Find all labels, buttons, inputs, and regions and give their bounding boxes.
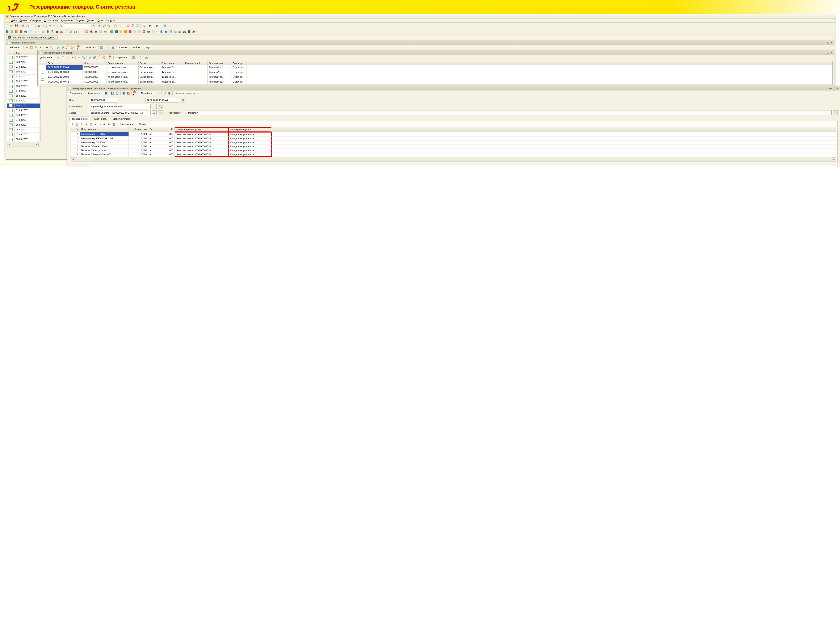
col-qty[interactable]: Количество	[129, 127, 148, 132]
col-org[interactable]: Организация	[208, 61, 231, 65]
print-icon[interactable]: 🖨️	[111, 46, 115, 49]
tree-icon[interactable]: 🌳	[167, 92, 171, 95]
actions-button[interactable]: Действия ▾	[7, 45, 22, 49]
fillpost-button[interactable]: Заполнить и провести	[174, 92, 201, 95]
table-row[interactable]: 19.04.2007 12:00:00ТК000000005по складам…	[39, 75, 832, 80]
filter-drop-icon[interactable]: 🧹▾	[66, 46, 69, 49]
table-row[interactable]: 17.02.2007	[7, 99, 39, 104]
delete-icon[interactable]: ✖	[39, 46, 43, 49]
col-dep[interactable]: Подразд	[231, 61, 247, 65]
basedon-icon[interactable]: 📤▾	[133, 92, 137, 95]
actions-button[interactable]: Действия ▾	[39, 55, 54, 59]
mod-icon[interactable]: 🗂️	[151, 30, 155, 33]
delete-icon[interactable]: ✖	[70, 56, 74, 59]
mod-icon[interactable]: 🟨	[119, 30, 123, 33]
table-row[interactable]: 20.02.2007	[7, 104, 39, 108]
table-row[interactable]: 04.03.2007	[7, 118, 39, 123]
actions-button[interactable]: Действия ▾	[87, 91, 101, 95]
table-row[interactable]: 08.03.2007	[7, 137, 39, 142]
col-src[interactable]: Исходное размещение	[175, 127, 228, 132]
tab-goods[interactable]: Товары (6 поз.)	[69, 117, 90, 121]
mod-icon[interactable]: 👤	[159, 30, 163, 33]
clipboard-icon[interactable]: 📋	[114, 24, 117, 28]
row-add-icon[interactable]: ⊕	[71, 122, 74, 126]
filterby-icon[interactable]: 🔍	[82, 56, 85, 59]
mod-icon[interactable]: 🧑‍🤝‍🧑	[169, 30, 172, 33]
col-nom[interactable]: Номенклатура	[80, 127, 129, 132]
comment-field[interactable]	[90, 165, 838, 167]
table-row[interactable]: 5Пылесос ''Электросила''1,000шт1,000Зака…	[71, 148, 836, 152]
post-icon[interactable]: 📘	[104, 92, 108, 95]
mod-icon[interactable]: 📋	[137, 30, 141, 33]
search-dropdown-icon[interactable]: ▾	[92, 24, 96, 28]
paste-icon[interactable]: 📄	[30, 24, 34, 28]
scroll-right-icon[interactable]: ▶	[832, 157, 836, 161]
info-drop-icon[interactable]: ▾	[123, 25, 123, 27]
mod-icon[interactable]: 🏢	[173, 30, 177, 33]
pick-button[interactable]: Подбор	[137, 122, 149, 126]
workplace-tab[interactable]: 👨‍💻 Рабочее место менеджера по продажам	[6, 35, 58, 40]
order-field[interactable]	[90, 110, 151, 115]
maximize-icon[interactable]: ▢	[833, 87, 835, 90]
search-icon[interactable]: 🔍	[59, 24, 63, 28]
num-field[interactable]	[90, 98, 117, 103]
mod-icon[interactable]: 💶	[74, 30, 77, 33]
calc-icon[interactable]: 🧮	[126, 24, 130, 28]
maximize-icon[interactable]: ▢	[827, 51, 829, 54]
basedon-icon[interactable]: 📤▾	[108, 56, 112, 59]
toolbar-overflow-icon[interactable]: ▾	[168, 25, 169, 27]
col-date[interactable]: Дата	[15, 51, 41, 55]
mod-icon[interactable]: 💼	[55, 30, 59, 33]
open-icon[interactable]: 📂	[10, 24, 14, 28]
calendar-icon[interactable]: 📅	[181, 98, 185, 103]
menu-handle[interactable]: ⋮	[6, 19, 8, 22]
tab-extra[interactable]: Дополнительно	[111, 117, 132, 121]
preview-icon[interactable]: 🔍	[41, 24, 45, 28]
table-row[interactable]: 04.06.2007 10:49:32ТК000000006по складам…	[39, 80, 832, 85]
table-row[interactable]: 04.02.2007 19:25:44ТК000000001по складам…	[39, 65, 832, 70]
mod-icon[interactable]: 👨‍💼	[51, 30, 54, 33]
menu-operations[interactable]: Операции	[30, 19, 41, 22]
table-row[interactable]: 03.02.2007	[7, 60, 39, 65]
memory-mplus-button[interactable]: M+	[148, 24, 154, 28]
mod-icon[interactable]: 📈	[64, 30, 68, 33]
row-delete-icon[interactable]: ✖	[84, 122, 88, 126]
menu-service[interactable]: Сервис	[87, 19, 95, 22]
table-row[interactable]: 15.02.2007	[7, 94, 39, 99]
col-order[interactable]: Заказ	[139, 61, 160, 65]
table-row[interactable]: 15.03.2007 12:00:00ТК000000003по складам…	[39, 70, 832, 75]
close-icon[interactable]: ✕	[831, 41, 832, 44]
mod-icon[interactable]: 🟧	[123, 30, 127, 33]
save-icon[interactable]: 💾	[14, 24, 18, 28]
help-icon[interactable]: ❔	[106, 46, 110, 49]
files-button[interactable]: Файлы	[131, 46, 141, 49]
col-num[interactable]: Номер	[83, 61, 106, 65]
org-field[interactable]	[90, 104, 151, 109]
row-down-icon[interactable]: ▼	[98, 122, 102, 126]
menu-reports[interactable]: Отчеты	[76, 19, 84, 22]
struct-icon[interactable]: 📑	[163, 92, 167, 95]
mod-icon[interactable]: 📕	[19, 30, 23, 33]
mod-icon[interactable]: 📮	[142, 30, 146, 33]
mod-icon[interactable]: 💰	[69, 30, 73, 33]
refresh-icon[interactable]: 🔄	[132, 56, 136, 59]
add-icon[interactable]: ⊕	[25, 46, 28, 49]
drop-icon[interactable]: ▾	[38, 31, 38, 33]
save-icon[interactable]: 💾	[111, 92, 114, 95]
menu-file[interactable]: Файл	[11, 19, 17, 22]
table-row[interactable]: 04.03.2007	[7, 113, 39, 118]
table-row[interactable]: 6Пылесос ''Энергия-SANYO''1,000шт1,000За…	[71, 152, 836, 157]
col-resp[interactable]: Ответственн...	[160, 61, 184, 65]
clone-icon[interactable]: 📋	[29, 46, 33, 49]
tab-tara[interactable]: Тара (0 поз.)	[92, 117, 110, 121]
filter-clear-icon[interactable]: 🚫	[70, 46, 74, 49]
col-k[interactable]: К.	[159, 127, 175, 132]
mod-icon[interactable]: 🏬	[178, 30, 182, 33]
scroll-left-icon[interactable]: ◀	[71, 157, 75, 161]
menu-help[interactable]: Справка	[106, 19, 115, 22]
table-row[interactable]: 2Кондиционер FIRMSTAR 12M1,000шт1,000Зак…	[71, 136, 836, 141]
row-up-icon[interactable]: ▲	[94, 122, 98, 126]
memory-mminus-button[interactable]: M-	[155, 24, 160, 28]
table-row[interactable]: 14.02.2007	[7, 89, 39, 94]
filter-clear-icon[interactable]: 🚫	[102, 56, 106, 59]
